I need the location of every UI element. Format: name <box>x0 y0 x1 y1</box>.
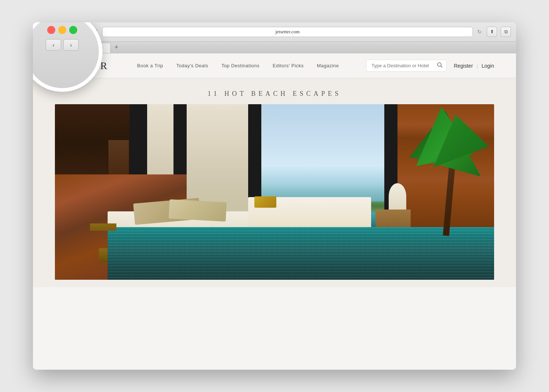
nav-top-destinations[interactable]: Top Destinations <box>215 63 266 68</box>
zoom-back-button[interactable]: ‹ <box>46 39 61 51</box>
site-header: SETTER Book a Trip Today's Deals Top Des… <box>33 53 516 78</box>
svg-line-1 <box>441 66 442 68</box>
register-link[interactable]: Register <box>454 63 473 69</box>
hero-section: 11 HOT BEACH ESCAPES <box>33 78 516 287</box>
duplicate-tab-button[interactable]: ⧉ <box>501 27 511 37</box>
tab-bar: 11 Hot Beach Escapes - Jetsetter + <box>33 41 516 53</box>
hotel-scene <box>55 104 494 280</box>
search-input[interactable] <box>366 60 447 72</box>
search-button[interactable] <box>437 62 443 69</box>
right-nav: Register | Login <box>366 60 494 72</box>
main-navigation: Book a Trip Today's Deals Top Destinatio… <box>131 63 346 68</box>
nav-book-trip[interactable]: Book a Trip <box>131 63 170 68</box>
zoom-nav-buttons: ‹ › <box>46 39 79 51</box>
reload-button[interactable]: ↻ <box>476 27 483 37</box>
hero-title: 11 HOT BEACH ESCAPES <box>33 90 516 98</box>
address-bar-section: ☰ jetsetter.com ↻ <box>92 27 483 37</box>
address-bar[interactable]: jetsetter.com <box>102 27 473 37</box>
zoom-maximize-button[interactable] <box>69 26 77 34</box>
browser-toolbar: ✕ – ✓ ‹ › ☰ jetsetter.com ↻ ⬆ ⧉ <box>33 22 516 41</box>
nav-editors-picks[interactable]: Editors' Picks <box>266 63 310 68</box>
hero-image <box>55 104 494 280</box>
nav-magazine[interactable]: Magazine <box>310 63 346 68</box>
zoom-traffic-lights <box>47 26 77 34</box>
svg-point-0 <box>437 63 441 67</box>
website-content: SETTER Book a Trip Today's Deals Top Des… <box>33 53 516 370</box>
zoom-minimize-button[interactable] <box>58 26 66 34</box>
zoom-forward-button[interactable]: › <box>63 39 79 51</box>
auth-section: Register | Login <box>454 63 494 69</box>
new-tab-button[interactable]: + <box>112 43 121 52</box>
login-link[interactable]: Login <box>482 63 494 69</box>
search-container <box>366 60 447 72</box>
share-button[interactable]: ⬆ <box>487 27 497 37</box>
auth-divider: | <box>477 63 478 69</box>
zoom-close-button[interactable] <box>47 26 55 34</box>
browser-actions: ⬆ ⧉ <box>487 27 511 37</box>
browser-chrome: ✕ – ✓ ‹ › ☰ jetsetter.com ↻ ⬆ ⧉ 1 <box>33 22 516 53</box>
nav-todays-deals[interactable]: Today's Deals <box>170 63 215 68</box>
